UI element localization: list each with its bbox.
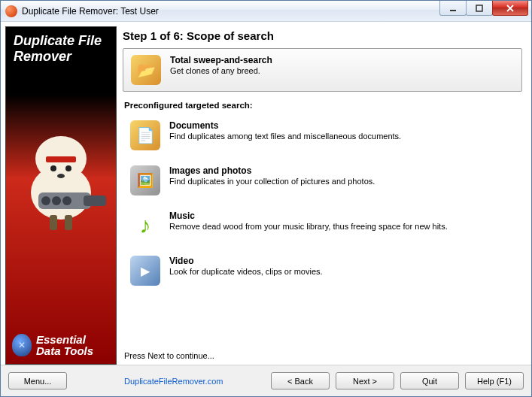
window-title: Duplicate File Remover: Test User xyxy=(22,6,440,17)
window-controls xyxy=(440,1,531,21)
option-music[interactable]: Music Remove dead wood from your music l… xyxy=(123,205,522,247)
sidebar-banner: Duplicate File Remover xyxy=(5,26,117,365)
mascot-image xyxy=(6,117,116,239)
section-label: Preconfigured targeted search: xyxy=(124,101,522,110)
back-button[interactable]: < Back xyxy=(271,372,330,389)
brand-line2: Remover xyxy=(14,49,108,65)
brand-top: Duplicate File Remover xyxy=(6,27,116,68)
svg-rect-4 xyxy=(46,156,76,162)
svg-point-12 xyxy=(62,196,71,205)
svg-point-6 xyxy=(65,165,71,171)
svg-point-10 xyxy=(41,196,50,205)
option-desc: Look for duplicate videos, clips or movi… xyxy=(169,267,323,276)
svg-point-5 xyxy=(50,165,56,171)
video-icon xyxy=(130,256,160,286)
option-desc: Get clones of any breed. xyxy=(170,66,272,75)
app-icon xyxy=(5,5,17,17)
menu-button[interactable]: Menu... xyxy=(8,372,67,389)
quit-button[interactable]: Quit xyxy=(400,372,459,389)
website-link[interactable]: DuplicateFileRemover.com xyxy=(124,377,223,386)
option-text: Total sweep-and-search Get clones of any… xyxy=(170,55,272,75)
footer: Menu... DuplicateFileRemover.com < Back … xyxy=(1,365,531,396)
edt-logo-icon xyxy=(12,334,32,356)
documents-icon xyxy=(130,120,160,150)
option-text: Music Remove dead wood from your music l… xyxy=(169,211,448,231)
svg-rect-13 xyxy=(50,215,57,230)
svg-rect-1 xyxy=(476,5,482,11)
press-next-hint: Press Next to continue... xyxy=(123,351,522,360)
option-text: Video Look for duplicate videos, clips o… xyxy=(169,256,323,276)
option-text: Images and photos Find duplicates in you… xyxy=(169,165,375,186)
titlebar[interactable]: Duplicate File Remover: Test User xyxy=(1,1,531,22)
option-video[interactable]: Video Look for duplicate videos, clips o… xyxy=(123,250,522,292)
option-desc: Find duplicates among text files and mis… xyxy=(169,132,401,141)
option-total-sweep[interactable]: Total sweep-and-search Get clones of any… xyxy=(123,48,522,92)
option-images[interactable]: Images and photos Find duplicates in you… xyxy=(123,159,522,202)
next-button[interactable]: Next > xyxy=(336,372,394,389)
option-desc: Find duplicates in your collection of pi… xyxy=(169,177,375,186)
total-sweep-icon xyxy=(131,55,161,85)
main-panel: Step 1 of 6: Scope of search Total sweep… xyxy=(121,26,527,365)
svg-point-11 xyxy=(52,196,61,205)
option-text: Documents Find duplicates among text fil… xyxy=(169,120,401,141)
option-title: Total sweep-and-search xyxy=(170,55,272,65)
option-title: Video xyxy=(169,256,323,266)
svg-rect-9 xyxy=(84,195,106,206)
option-title: Images and photos xyxy=(169,165,375,176)
close-button[interactable] xyxy=(492,1,528,16)
images-icon xyxy=(130,165,160,195)
option-title: Documents xyxy=(169,120,401,131)
option-title: Music xyxy=(169,211,448,221)
svg-point-7 xyxy=(57,174,65,178)
edt-line2: Data Tools xyxy=(36,345,93,356)
edt-line1: Essential xyxy=(36,334,93,345)
minimize-icon xyxy=(448,5,458,12)
svg-rect-0 xyxy=(450,10,456,11)
step-heading: Step 1 of 6: Scope of search xyxy=(123,29,522,42)
brand-bottom: Essential Data Tools xyxy=(12,334,110,356)
option-desc: Remove dead wood from your music library… xyxy=(169,222,448,231)
edt-logo-text: Essential Data Tools xyxy=(36,334,93,356)
app-window: Duplicate File Remover: Test User Duplic… xyxy=(0,0,532,397)
body-area: Duplicate File Remover xyxy=(1,22,531,365)
close-icon xyxy=(506,5,515,12)
option-documents[interactable]: Documents Find duplicates among text fil… xyxy=(123,114,522,156)
svg-rect-14 xyxy=(65,215,72,230)
help-button[interactable]: Help (F1) xyxy=(465,372,524,389)
music-icon xyxy=(130,211,160,241)
maximize-icon xyxy=(475,5,484,12)
maximize-button[interactable] xyxy=(466,1,493,16)
minimize-button[interactable] xyxy=(439,1,467,16)
brand-line1: Duplicate File xyxy=(14,33,108,49)
